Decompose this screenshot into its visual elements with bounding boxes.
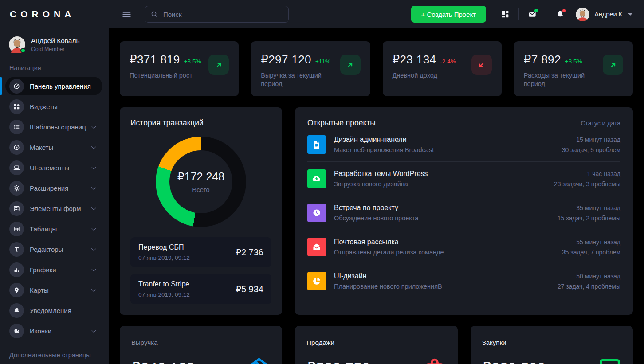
- create-project-button[interactable]: + Создать Проект: [411, 6, 487, 23]
- stat-card: ₽371 819+3.5%Потенциальный рост: [120, 41, 239, 96]
- sidebar-item-widgets[interactable]: Виджеты: [5, 97, 102, 116]
- transaction-amount: ₽5 934: [236, 284, 263, 294]
- sidebar: Андрей Коваль Gold Member НавигацияПанел…: [0, 28, 109, 364]
- sidebar-nav: НавигацияПанель управленияВиджетыШаблоны…: [0, 64, 109, 364]
- document-icon: [311, 139, 322, 150]
- summary-icon-wrap: [423, 356, 446, 364]
- project-row: Встреча по проектуОбсуждение нового прое…: [307, 196, 620, 230]
- summary-value: ₽230 590: [482, 359, 546, 364]
- summary-card: Выручка₽342 123+3.5%: [120, 326, 282, 364]
- nav-icon-circle: [9, 120, 24, 134]
- sidebar-item-label: Карты: [30, 286, 49, 294]
- sidebar-item-form-elements[interactable]: Элементы форм: [5, 199, 102, 218]
- user-menu[interactable]: Андрей К.: [576, 8, 632, 21]
- sidebar-item-extensions[interactable]: Расширения: [5, 179, 102, 197]
- corona-logo: CORONA: [0, 0, 109, 28]
- transaction-info: Tranfer to Stripe07 янв 2019, 09:12: [138, 280, 190, 298]
- transactions-title: История транзакций: [130, 118, 271, 128]
- bell-icon[interactable]: [556, 10, 564, 18]
- summary-row: Выручка₽342 123+3.5%Продажи₽589 750+8.3%…: [120, 326, 633, 364]
- sidebar-item-dashboard[interactable]: Панель управления: [5, 77, 102, 95]
- project-status-block: 15 минут назад30 задач, 5 проблем: [562, 136, 620, 153]
- sidebar-item-notifications[interactable]: Уведомления: [5, 301, 102, 320]
- project-row: Почтовая рассылкаОтправлены детали релиз…: [307, 230, 620, 264]
- stat-card: ₽23 134-2.4%Дневной доход: [383, 41, 502, 96]
- project-status-block: 1 час назад23 задачи, 3 проблемы: [554, 170, 620, 188]
- profile-name: Андрей Коваль: [31, 37, 80, 45]
- puzzle-icon: [13, 328, 20, 334]
- sidebar-item-label: Графики: [30, 266, 56, 274]
- donut-total: ₽172 248: [177, 170, 224, 183]
- speedometer-icon: [13, 83, 20, 90]
- apps-grid-icon[interactable]: [501, 10, 509, 18]
- chevron-down-icon: [628, 13, 632, 18]
- chevron-down-icon: [91, 144, 96, 149]
- projects-subtitle: Статус и дата: [581, 120, 620, 127]
- transaction-row: Tranfer to Stripe07 янв 2019, 09:12₽5 93…: [130, 274, 271, 304]
- sidebar-item-ui-elements[interactable]: UI-элементы: [5, 158, 102, 177]
- sidebar-item-label: Таблицы: [30, 225, 57, 233]
- nav-icon-circle: [9, 99, 24, 114]
- stat-value: ₽23 134: [393, 53, 436, 66]
- chevron-down-icon: [91, 226, 96, 231]
- sidebar-item-editors[interactable]: Редакторы: [5, 240, 102, 258]
- stats-row: ₽371 819+3.5%Потенциальный рост₽297 120+…: [120, 41, 633, 96]
- project-description: Обсуждение нового проекта: [334, 215, 418, 222]
- nav-icon-circle: [9, 242, 24, 257]
- summary-value: ₽342 123: [131, 359, 195, 364]
- nav-section-label: Дополнительные страницы: [9, 352, 109, 359]
- project-info: Разработка темы WordPressЗагрузка нового…: [334, 170, 428, 188]
- navbar-content: + Создать Проект Андрей К.: [109, 0, 644, 28]
- pie-chart-icon: [311, 276, 322, 286]
- summary-value: ₽589 750: [306, 359, 370, 364]
- stat-trend-iconbox: [603, 55, 623, 75]
- chevron-down-icon: [91, 266, 96, 271]
- nav-section-label: Навигация: [9, 64, 109, 71]
- project-title: Разработка темы WordPress: [334, 170, 428, 178]
- sidebar-item-page-templates[interactable]: Шаблоны страниц: [5, 117, 102, 136]
- transactions-list: Перевод СБП07 янв 2019, 09:12₽2 736Tranf…: [130, 237, 271, 304]
- cloud-download-icon: [311, 173, 322, 184]
- transaction-title: Перевод СБП: [138, 243, 190, 251]
- stat-trend-iconbox: [208, 55, 229, 75]
- editor-icon: [13, 246, 20, 253]
- chevron-down-icon: [91, 185, 96, 190]
- nav-icon-circle: [9, 201, 24, 216]
- transaction-title: Tranfer to Stripe: [138, 280, 190, 288]
- stat-value: ₽7 892: [524, 53, 561, 66]
- sidebar-item-maps[interactable]: Карты: [5, 281, 102, 299]
- sidebar-item-icons[interactable]: Иконки: [5, 321, 102, 340]
- sidebar-item-charts[interactable]: Графики: [5, 260, 102, 279]
- avatar: [576, 8, 589, 21]
- map-pin-icon: [13, 287, 20, 294]
- hamburger-menu-icon[interactable]: [122, 10, 131, 19]
- sidebar-profile[interactable]: Андрей Коваль Gold Member: [0, 28, 109, 53]
- nav-icon-circle: [9, 160, 24, 175]
- mail-icon[interactable]: [528, 10, 536, 18]
- sidebar-item-layouts[interactable]: Макеты: [5, 138, 102, 157]
- summary-value-row: ₽589 750+8.3%: [306, 356, 446, 364]
- nav-icon-circle: [9, 222, 24, 236]
- search-input[interactable]: [162, 10, 283, 19]
- sidebar-item-label: Уведомления: [30, 307, 71, 314]
- stat-value: ₽371 819: [130, 53, 180, 66]
- sidebar-item-label: Расширения: [30, 184, 68, 192]
- cube-icon: [247, 356, 271, 364]
- transaction-row: Перевод СБП07 янв 2019, 09:12₽2 736: [130, 237, 271, 267]
- project-title: Дизайн админ-панели: [334, 136, 434, 144]
- avatar: [9, 36, 25, 53]
- transaction-date: 07 янв 2019, 09:12: [138, 254, 190, 261]
- summary-card: Продажи₽589 750+8.3%: [295, 326, 457, 364]
- project-title: UI-дизайн: [334, 272, 442, 280]
- sidebar-item-label: Редакторы: [30, 246, 63, 253]
- stat-card: ₽7 892+3.5%Расходы за текущий период: [514, 41, 633, 96]
- sidebar-item-tables[interactable]: Таблицы: [5, 219, 102, 238]
- chevron-down-icon: [91, 164, 96, 169]
- transaction-info: Перевод СБП07 янв 2019, 09:12: [138, 243, 190, 261]
- nav-icon-circle: [9, 181, 24, 196]
- project-status-block: 35 минут назад15 задач, 2 проблемы: [558, 204, 620, 222]
- project-icon-tile: [307, 238, 326, 256]
- arrow-up-right-icon: [215, 61, 223, 69]
- arrow-up-right-icon: [346, 61, 354, 69]
- clock-icon: [311, 207, 322, 218]
